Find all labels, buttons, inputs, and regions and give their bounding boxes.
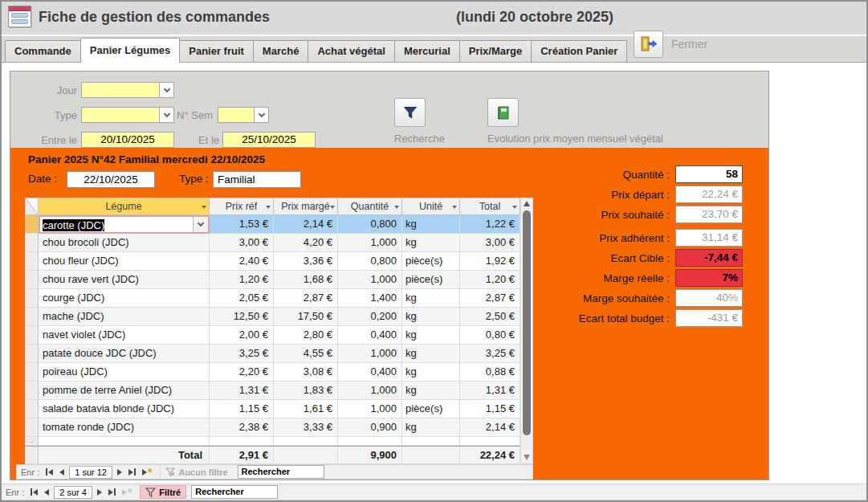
cell-unite[interactable]: kg (402, 326, 460, 345)
tab[interactable]: Marché (253, 40, 309, 62)
tab[interactable]: Création Panier (531, 40, 627, 62)
tab[interactable]: Prix/Marge (459, 40, 532, 62)
cell-unite[interactable]: pièce(s) (402, 271, 460, 289)
cell-legume[interactable]: chou rave vert (JDC) (39, 271, 210, 289)
row-selector[interactable] (25, 308, 39, 326)
column-dropdown-icon[interactable] (266, 206, 271, 209)
summary-value[interactable]: 23,70 € (675, 206, 743, 223)
column-header[interactable]: Quantité (338, 198, 402, 215)
cell-prix-marge[interactable]: 4,55 € (274, 345, 338, 363)
row-selector[interactable] (25, 382, 39, 400)
cell-total[interactable]: 1,31 € (460, 382, 520, 400)
cell-total[interactable]: 0,88 € (460, 363, 520, 382)
row-selector[interactable] (25, 400, 39, 418)
new-record-button[interactable]: * (139, 466, 155, 478)
table-row[interactable]: carotte (JDC) 1,53 € 2,14 € 0,800 kg 1,2… (25, 215, 520, 234)
table-row[interactable]: poireau (JDC) 2,20 € 3,08 € 0,400 kg 0,8… (25, 363, 520, 382)
cell-total[interactable]: 1,92 € (460, 252, 520, 271)
cell-prix-marge[interactable]: 2,87 € (274, 289, 338, 308)
previous-record-button[interactable] (56, 466, 67, 478)
cell-legume[interactable]: pomme de terre Aniel (JDC) (39, 382, 210, 400)
cell-legume[interactable]: mache (JDC) (39, 308, 210, 326)
cell-prix-ref[interactable]: 1,53 € (210, 215, 274, 234)
fermer-button[interactable] (634, 31, 663, 58)
select-all-corner[interactable] (25, 198, 39, 215)
filtered-button[interactable]: Filtré (140, 485, 186, 499)
table-row[interactable]: pomme de terre Aniel (JDC) 1,31 € 1,83 €… (25, 382, 520, 400)
evolution-button[interactable] (487, 98, 519, 127)
date-field[interactable]: 22/10/2025 (67, 171, 155, 188)
cell-prix-ref[interactable]: 12,50 € (210, 308, 274, 326)
table-row[interactable]: chou rave vert (JDC) 1,20 € 1,68 € 1,000… (25, 271, 520, 289)
new-record-selector[interactable]: .. (25, 437, 39, 446)
cell-prix-ref[interactable]: 3,00 € (210, 234, 274, 252)
table-row[interactable]: navet violet (JDC) 2,00 € 2,80 € 0,400 k… (25, 326, 520, 345)
table-row[interactable]: chou brocoli (JDC) 3,00 € 4,20 € 1,000 k… (25, 234, 520, 252)
new-record-row[interactable]: .. (25, 437, 520, 446)
cell-quantite[interactable]: 1,000 (338, 271, 402, 289)
cell-unite[interactable]: pièce(s) (402, 400, 460, 418)
cell-prix-marge[interactable]: 4,20 € (274, 234, 338, 252)
cell-quantite[interactable]: 0,200 (338, 308, 402, 326)
tab[interactable]: Panier Légumes (80, 38, 180, 63)
summary-value[interactable]: -7,44 € (675, 249, 743, 267)
first-record-button[interactable] (43, 466, 56, 478)
table-row[interactable]: chou fleur (JDC) 2,40 € 3,36 € 0,800 piè… (25, 252, 520, 271)
cell-legume[interactable]: chou fleur (JDC) (39, 252, 210, 271)
table-row[interactable]: patate douce JDC (JDC) 3,25 € 4,55 € 1,0… (25, 345, 520, 363)
row-selector[interactable] (25, 289, 39, 308)
cell-total[interactable]: 1,20 € (460, 271, 520, 289)
row-selector[interactable] (25, 252, 39, 271)
row-selector[interactable] (25, 326, 39, 345)
table-row[interactable]: courge (JDC) 2,05 € 2,87 € 1,400 kg 2,87… (25, 289, 520, 308)
summary-value[interactable]: -431 € (675, 309, 743, 327)
cell-unite[interactable]: kg (402, 308, 460, 326)
column-dropdown-icon[interactable] (512, 206, 517, 209)
cell-legume[interactable]: poireau (JDC) (39, 363, 210, 382)
cell-unite[interactable]: kg (402, 345, 460, 363)
cell-total[interactable]: 3,00 € (460, 234, 520, 252)
cell-quantite[interactable]: 1,400 (338, 289, 402, 308)
cell-unite[interactable]: kg (402, 363, 460, 382)
type-combobox[interactable] (81, 107, 174, 123)
column-dropdown-icon[interactable] (202, 206, 206, 209)
cell-prix-ref[interactable]: 2,00 € (210, 326, 274, 345)
column-header[interactable]: Unité (402, 198, 460, 215)
row-selector[interactable] (25, 234, 39, 252)
chevron-down-icon[interactable] (254, 108, 268, 122)
record-position-field[interactable]: 2 sur 4 (54, 486, 92, 499)
cell-total[interactable]: 2,87 € (460, 289, 520, 308)
summary-value[interactable]: 58 (675, 165, 743, 183)
column-dropdown-icon[interactable] (452, 206, 457, 209)
row-selector[interactable] (25, 363, 39, 382)
last-record-button[interactable] (105, 486, 119, 498)
cell-quantite[interactable]: 1,000 (338, 345, 402, 363)
row-selector[interactable] (25, 271, 39, 289)
scroll-down-icon[interactable] (524, 455, 530, 460)
cell-prix-marge[interactable]: 17,50 € (274, 308, 338, 326)
next-record-button[interactable] (94, 486, 105, 498)
cell-unite[interactable]: kg (402, 418, 460, 437)
type-field[interactable]: Familial (213, 171, 301, 188)
cell-unite[interactable]: kg (402, 234, 460, 252)
row-selector[interactable] (25, 345, 39, 363)
cell-unite[interactable]: kg (402, 289, 460, 308)
entre-le-date-field[interactable]: 20/10/2025 (81, 132, 174, 148)
cell-total[interactable]: 1,15 € (460, 400, 520, 418)
cell-prix-marge[interactable]: 1,83 € (274, 382, 338, 400)
cell-prix-marge[interactable]: 3,36 € (274, 252, 338, 271)
cell-unite[interactable]: pièce(s) (402, 252, 460, 271)
cell-legume[interactable]: patate douce JDC (JDC) (39, 345, 210, 363)
num-sem-combobox[interactable] (218, 107, 269, 123)
tab[interactable]: Panier fruit (179, 40, 254, 62)
table-row[interactable]: tomate ronde (JDC) 2,38 € 3,33 € 0,900 k… (25, 418, 520, 437)
cell-quantite[interactable]: 0,800 (338, 252, 402, 271)
summary-value[interactable]: 7% (675, 269, 743, 287)
column-dropdown-icon[interactable] (330, 206, 335, 209)
summary-value[interactable]: 40% (675, 289, 743, 307)
cell-quantite[interactable]: 0,400 (338, 363, 402, 382)
cell-prix-marge[interactable]: 3,33 € (274, 418, 338, 437)
cell-quantite[interactable]: 0,900 (338, 418, 402, 437)
cell-prix-ref[interactable]: 1,31 € (210, 382, 274, 400)
legume-combo-button[interactable] (193, 217, 208, 232)
